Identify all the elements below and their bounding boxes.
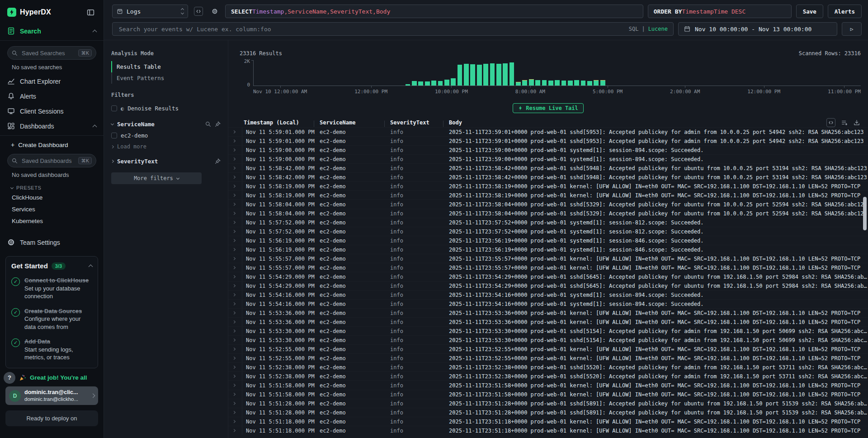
user-menu[interactable]: D dominic.tran@clic... dominic.tran@clic… xyxy=(5,386,98,405)
histogram-bar[interactable] xyxy=(431,60,436,86)
table-row[interactable]: Nov 11 5:58:04.000 PMec2-demoinfo2025-11… xyxy=(228,209,868,218)
get-started-step[interactable]: ✓ Connect to ClickHouse Set up your data… xyxy=(11,276,92,300)
row-expand-icon[interactable] xyxy=(228,312,242,314)
help-button[interactable]: ? xyxy=(4,372,15,384)
histogram-bar[interactable] xyxy=(503,60,508,86)
pin-icon[interactable] xyxy=(215,158,221,164)
pin-icon[interactable] xyxy=(215,121,221,127)
row-expand-icon[interactable] xyxy=(228,230,242,233)
histogram-bar[interactable] xyxy=(574,60,579,86)
presets-toggle[interactable]: PRESETS xyxy=(0,181,104,191)
col-timestamp[interactable]: Timestamp (Local) xyxy=(242,119,318,126)
servicename-group-header[interactable]: ServiceName xyxy=(111,119,221,130)
histogram-bar[interactable] xyxy=(516,60,521,86)
row-expand-icon[interactable] xyxy=(228,158,242,160)
table-row[interactable]: Nov 11 5:55:57.000 PMec2-demoinfo2025-11… xyxy=(228,263,868,272)
histogram-bar[interactable] xyxy=(581,60,586,86)
row-expand-icon[interactable] xyxy=(228,411,242,414)
table-row[interactable]: Nov 11 5:59:00.000 PMec2-demoinfo2025-11… xyxy=(228,154,868,163)
row-expand-icon[interactable] xyxy=(228,330,242,332)
histogram-bar[interactable] xyxy=(548,60,553,86)
histogram-bar[interactable] xyxy=(438,60,443,86)
table-row[interactable]: Nov 11 5:52:38.000 PMec2-demoinfo2025-11… xyxy=(228,371,868,381)
row-expand-icon[interactable] xyxy=(228,221,242,224)
row-expand-icon[interactable] xyxy=(228,131,242,133)
table-row[interactable]: Nov 11 5:57:52.000 PMec2-demoinfo2025-11… xyxy=(228,218,868,227)
table-row[interactable]: Nov 11 5:56:19.000 PMec2-demoinfo2025-11… xyxy=(228,236,868,245)
saved-searches-field[interactable] xyxy=(21,49,75,57)
date-range-picker[interactable]: Nov 10 00:00:00 - Nov 13 00:00:00 xyxy=(678,22,837,36)
table-row[interactable]: Nov 11 5:58:19.000 PMec2-demoinfo2025-11… xyxy=(228,190,868,200)
table-row[interactable]: Nov 11 5:54:29.000 PMec2-demoinfo2025-11… xyxy=(228,281,868,290)
table-row[interactable]: Nov 11 5:54:16.000 PMec2-demoinfo2025-11… xyxy=(228,299,868,308)
row-expand-icon[interactable] xyxy=(228,366,242,368)
histogram-bar[interactable] xyxy=(464,60,469,86)
row-expand-icon[interactable] xyxy=(228,429,242,432)
order-by-input[interactable]: ORDER BY TimestampTime DESC xyxy=(648,5,792,18)
table-row[interactable]: Nov 11 5:53:36.000 PMec2-demoinfo2025-11… xyxy=(228,317,868,326)
alerts-button[interactable]: Alerts xyxy=(828,5,862,18)
table-row[interactable]: Nov 11 5:51:58.000 PMec2-demoinfo2025-11… xyxy=(228,381,868,390)
table-row[interactable]: Nov 11 5:51:18.000 PMec2-demoinfo2025-11… xyxy=(228,417,868,426)
row-expand-icon[interactable] xyxy=(228,420,242,423)
row-expand-icon[interactable] xyxy=(228,321,242,323)
table-row[interactable]: Nov 11 5:54:16.000 PMec2-demoinfo2025-11… xyxy=(228,290,868,299)
histogram-bar[interactable] xyxy=(470,60,475,86)
sidebar-item-search[interactable]: Search xyxy=(0,24,104,38)
table-row[interactable]: Nov 11 5:55:57.000 PMec2-demoinfo2025-11… xyxy=(228,254,868,263)
sidebar-item-client-sessions[interactable]: Client Sessions xyxy=(0,104,104,119)
col-body[interactable]: Body xyxy=(447,119,868,126)
histogram-bar[interactable] xyxy=(496,60,501,86)
more-filters-button[interactable]: More filters xyxy=(111,172,202,184)
table-row[interactable]: Nov 11 5:59:01.000 PMec2-demoinfo2025-11… xyxy=(228,127,868,136)
table-row[interactable]: Nov 11 5:58:42.000 PMec2-demoinfo2025-11… xyxy=(228,163,868,172)
get-started-header[interactable]: Get Started 3/3 xyxy=(11,262,92,270)
histogram-bar[interactable] xyxy=(477,60,482,86)
histogram-bar[interactable] xyxy=(561,60,566,86)
row-expand-icon[interactable] xyxy=(228,239,242,242)
saved-dashboards-field[interactable] xyxy=(21,157,75,165)
run-query-button[interactable]: ▷ xyxy=(842,22,862,36)
histogram-bar[interactable] xyxy=(490,60,495,86)
histogram-bar[interactable] xyxy=(555,60,560,86)
mode-results-table[interactable]: Results Table xyxy=(111,61,221,72)
histogram-bar[interactable] xyxy=(406,60,410,86)
row-expand-icon[interactable] xyxy=(228,185,242,187)
row-expand-icon[interactable] xyxy=(228,294,242,296)
save-button[interactable]: Save xyxy=(796,5,823,18)
row-expand-icon[interactable] xyxy=(228,267,242,269)
sidebar-item-chart-explorer[interactable]: Chart Explorer xyxy=(0,74,104,89)
brand[interactable]: HyperDX xyxy=(7,8,51,17)
deploy-banner[interactable]: Ready to deploy on xyxy=(5,410,98,426)
row-expand-icon[interactable] xyxy=(228,348,242,350)
col-severitytext[interactable]: SeverityText xyxy=(388,119,447,126)
table-row[interactable]: Nov 11 5:53:36.000 PMec2-demoinfo2025-11… xyxy=(228,308,868,317)
table-row[interactable]: Nov 11 5:56:19.000 PMec2-demoinfo2025-11… xyxy=(228,245,868,254)
table-row[interactable]: Nov 11 5:59:00.000 PMec2-demoinfo2025-11… xyxy=(228,145,868,154)
preset-clickhouse[interactable]: ClickHouse xyxy=(0,191,104,203)
histogram-bar[interactable] xyxy=(587,60,592,86)
saved-dashboards-input[interactable]: ⌘K xyxy=(7,154,96,167)
row-expand-icon[interactable] xyxy=(228,285,242,287)
histogram-bar[interactable] xyxy=(542,60,547,86)
preset-kubernetes[interactable]: Kubernetes xyxy=(0,215,104,227)
row-expand-icon[interactable] xyxy=(228,149,242,151)
row-expand-icon[interactable] xyxy=(228,176,242,178)
mode-event-patterns[interactable]: Event Patterns xyxy=(111,72,221,84)
row-expand-icon[interactable] xyxy=(228,248,242,251)
filter-search-icon[interactable] xyxy=(205,121,211,127)
table-row[interactable]: Nov 11 5:51:18.000 PMec2-demoinfo2025-11… xyxy=(228,426,868,435)
get-started-step[interactable]: ✓ Add Data Start sending logs, metrics, … xyxy=(11,337,92,362)
service-checkbox[interactable] xyxy=(111,133,117,138)
raw-mode-icon[interactable] xyxy=(826,118,835,127)
event-search-box[interactable]: SQL | Lucene xyxy=(112,22,674,36)
col-servicename[interactable]: ServiceName xyxy=(318,119,388,126)
table-row[interactable]: Nov 11 5:53:30.000 PMec2-demoinfo2025-11… xyxy=(228,335,868,344)
saved-searches-input[interactable]: ⌘K xyxy=(7,46,96,60)
row-expand-icon[interactable] xyxy=(228,303,242,305)
column-options-icon[interactable] xyxy=(841,119,848,126)
histogram-bar[interactable] xyxy=(522,60,527,86)
histogram-plot[interactable] xyxy=(253,60,861,86)
histogram-bar[interactable] xyxy=(444,60,449,86)
table-row[interactable]: Nov 11 5:52:55.000 PMec2-demoinfo2025-11… xyxy=(228,353,868,362)
